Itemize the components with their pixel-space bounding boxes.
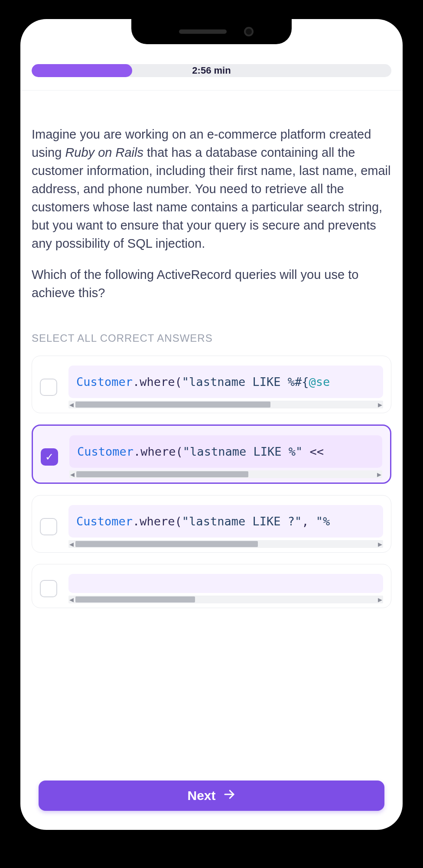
checkmark-icon: ✓: [45, 452, 54, 462]
next-button-label: Next: [187, 788, 215, 803]
quiz-body: Imagine you are working on an e-commerce…: [20, 91, 403, 608]
question-paragraph: Imagine you are working on an e-commerce…: [32, 125, 391, 253]
answer-option-1[interactable]: ✓Customer.where("lastname LIKE %" <<: [32, 424, 391, 484]
question-suffix: that has a database containing all the c…: [32, 146, 390, 250]
checkbox[interactable]: ✓: [41, 448, 58, 466]
horizontal-scrollbar[interactable]: [68, 540, 383, 548]
horizontal-scrollbar[interactable]: [68, 596, 383, 603]
scrollbar-thumb[interactable]: [76, 471, 248, 477]
horizontal-scrollbar[interactable]: [68, 401, 383, 408]
answer-option-2[interactable]: ✓Customer.where("lastname LIKE ?", "%: [32, 495, 391, 553]
content-area: 2:56 min Imagine you are working on an e…: [20, 19, 403, 830]
timer-text: 2:56 min: [192, 65, 231, 76]
phone-frame: 2:56 min Imagine you are working on an e…: [10, 9, 413, 840]
arrow-right-icon: [223, 788, 236, 804]
code-snippet: [68, 574, 383, 593]
camera-icon: [244, 27, 254, 36]
scrollbar-thumb[interactable]: [75, 541, 258, 547]
checkbox[interactable]: ✓: [40, 379, 57, 396]
question-emphasis: Ruby on Rails: [65, 146, 143, 159]
next-button[interactable]: Next: [39, 781, 384, 811]
scrollbar-thumb[interactable]: [75, 402, 270, 408]
checkbox[interactable]: ✓: [40, 518, 57, 535]
scrollbar-thumb[interactable]: [75, 596, 195, 602]
code-wrap: Customer.where("lastname LIKE ?", "%: [68, 505, 383, 548]
code-snippet: Customer.where("lastname LIKE ?", "%: [68, 505, 383, 538]
instruction-label: SELECT ALL CORRECT ANSWERS: [32, 332, 391, 344]
screen: 2:56 min Imagine you are working on an e…: [20, 19, 403, 830]
progress-fill: [32, 64, 132, 77]
speaker-icon: [179, 29, 227, 34]
code-wrap: [68, 574, 383, 603]
checkbox[interactable]: ✓: [40, 580, 57, 597]
code-snippet: Customer.where("lastname LIKE %#{@se: [68, 366, 383, 398]
code-snippet: Customer.where("lastname LIKE %" <<: [69, 435, 382, 468]
answer-option-0[interactable]: ✓Customer.where("lastname LIKE %#{@se: [32, 356, 391, 413]
progress-track: 2:56 min: [32, 64, 391, 77]
code-wrap: Customer.where("lastname LIKE %#{@se: [68, 366, 383, 408]
code-wrap: Customer.where("lastname LIKE %" <<: [69, 435, 382, 478]
horizontal-scrollbar[interactable]: [69, 470, 382, 478]
question-followup: Which of the following ActiveRecord quer…: [32, 266, 391, 302]
answer-option-3[interactable]: ✓: [32, 564, 391, 608]
options-list: ✓Customer.where("lastname LIKE %#{@se✓Cu…: [32, 356, 391, 608]
device-notch: [131, 19, 292, 44]
timer-bar: 2:56 min: [20, 60, 403, 91]
